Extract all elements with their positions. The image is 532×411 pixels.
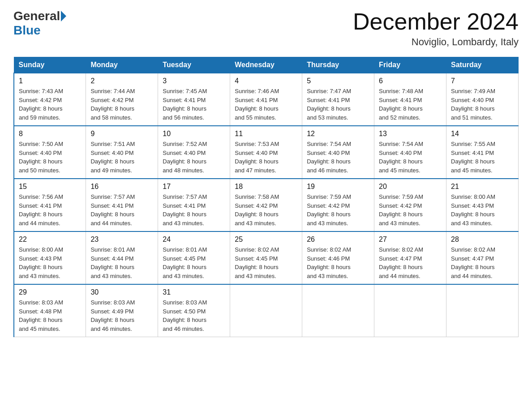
calendar-cell: 19 Sunrise: 7:59 AM Sunset: 4:42 PM Dayl…	[302, 179, 374, 231]
day-number: 31	[163, 288, 225, 296]
calendar-cell: 12 Sunrise: 7:54 AM Sunset: 4:40 PM Dayl…	[302, 126, 374, 179]
calendar-cell: 15 Sunrise: 7:56 AM Sunset: 4:41 PM Dayl…	[14, 179, 86, 231]
day-number: 9	[90, 130, 153, 138]
day-number: 18	[235, 183, 297, 191]
day-number: 25	[235, 235, 297, 244]
day-info: Sunrise: 7:48 AM Sunset: 4:41 PM Dayligh…	[379, 87, 442, 122]
day-number: 15	[19, 183, 81, 191]
calendar-cell: 23 Sunrise: 8:01 AM Sunset: 4:44 PM Dayl…	[86, 231, 158, 284]
day-number: 5	[307, 77, 369, 85]
calendar-cell: 20 Sunrise: 7:59 AM Sunset: 4:42 PM Dayl…	[374, 179, 446, 231]
day-number: 30	[90, 288, 153, 296]
logo-general-text: General	[13, 9, 60, 23]
header-sunday: Sunday	[14, 57, 86, 73]
calendar-cell	[446, 284, 519, 337]
header-saturday: Saturday	[446, 57, 519, 73]
calendar-cell: 27 Sunrise: 8:02 AM Sunset: 4:47 PM Dayl…	[374, 231, 446, 284]
day-info: Sunrise: 8:02 AM Sunset: 4:45 PM Dayligh…	[235, 245, 297, 280]
day-number: 8	[19, 130, 81, 138]
week-row-2: 8 Sunrise: 7:50 AM Sunset: 4:40 PM Dayli…	[14, 126, 519, 179]
calendar-cell: 11 Sunrise: 7:53 AM Sunset: 4:40 PM Dayl…	[230, 126, 302, 179]
logo-blue-text: Blue	[13, 23, 41, 38]
day-info: Sunrise: 7:59 AM Sunset: 4:42 PM Dayligh…	[379, 193, 442, 227]
day-info: Sunrise: 8:03 AM Sunset: 4:48 PM Dayligh…	[19, 298, 81, 333]
day-number: 21	[451, 183, 514, 191]
calendar-cell: 21 Sunrise: 8:00 AM Sunset: 4:43 PM Dayl…	[446, 179, 519, 231]
day-number: 14	[451, 130, 514, 138]
day-info: Sunrise: 7:56 AM Sunset: 4:41 PM Dayligh…	[19, 193, 81, 227]
calendar-cell	[374, 284, 446, 337]
calendar-cell: 30 Sunrise: 8:03 AM Sunset: 4:49 PM Dayl…	[86, 284, 158, 337]
location-text: Noviglio, Lombardy, Italy	[353, 36, 519, 48]
day-info: Sunrise: 7:55 AM Sunset: 4:41 PM Dayligh…	[451, 140, 514, 175]
day-number: 17	[163, 183, 225, 191]
day-info: Sunrise: 7:43 AM Sunset: 4:42 PM Dayligh…	[19, 87, 81, 122]
day-number: 19	[307, 183, 369, 191]
header-friday: Friday	[374, 57, 446, 73]
day-info: Sunrise: 7:54 AM Sunset: 4:40 PM Dayligh…	[379, 140, 442, 175]
day-info: Sunrise: 8:02 AM Sunset: 4:46 PM Dayligh…	[307, 245, 369, 280]
day-number: 7	[451, 77, 514, 85]
day-info: Sunrise: 8:00 AM Sunset: 4:43 PM Dayligh…	[451, 193, 514, 227]
calendar-cell: 31 Sunrise: 8:03 AM Sunset: 4:50 PM Dayl…	[158, 284, 230, 337]
day-number: 11	[235, 130, 297, 138]
day-number: 28	[451, 235, 514, 244]
calendar-cell: 24 Sunrise: 8:01 AM Sunset: 4:45 PM Dayl…	[158, 231, 230, 284]
calendar-cell: 13 Sunrise: 7:54 AM Sunset: 4:40 PM Dayl…	[374, 126, 446, 179]
calendar-cell: 1 Sunrise: 7:43 AM Sunset: 4:42 PM Dayli…	[14, 73, 86, 126]
week-row-1: 1 Sunrise: 7:43 AM Sunset: 4:42 PM Dayli…	[14, 73, 519, 126]
calendar-cell: 6 Sunrise: 7:48 AM Sunset: 4:41 PM Dayli…	[374, 73, 446, 126]
day-info: Sunrise: 7:50 AM Sunset: 4:40 PM Dayligh…	[19, 140, 81, 175]
day-info: Sunrise: 7:51 AM Sunset: 4:40 PM Dayligh…	[90, 140, 153, 175]
day-number: 29	[19, 288, 81, 296]
header-tuesday: Tuesday	[158, 57, 230, 73]
calendar-cell: 2 Sunrise: 7:44 AM Sunset: 4:42 PM Dayli…	[86, 73, 158, 126]
calendar-cell	[230, 284, 302, 337]
header-wednesday: Wednesday	[230, 57, 302, 73]
day-info: Sunrise: 7:59 AM Sunset: 4:42 PM Dayligh…	[307, 193, 369, 227]
day-info: Sunrise: 7:47 AM Sunset: 4:41 PM Dayligh…	[307, 87, 369, 122]
day-info: Sunrise: 7:44 AM Sunset: 4:42 PM Dayligh…	[90, 87, 153, 122]
calendar-cell: 10 Sunrise: 7:52 AM Sunset: 4:40 PM Dayl…	[158, 126, 230, 179]
calendar-cell: 28 Sunrise: 8:02 AM Sunset: 4:47 PM Dayl…	[446, 231, 519, 284]
logo: General Blue	[13, 9, 67, 38]
day-number: 2	[90, 77, 153, 85]
day-number: 26	[307, 235, 369, 244]
calendar-table: SundayMondayTuesdayWednesdayThursdayFrid…	[13, 57, 519, 337]
day-number: 27	[379, 235, 442, 244]
calendar-cell: 25 Sunrise: 8:02 AM Sunset: 4:45 PM Dayl…	[230, 231, 302, 284]
day-number: 13	[379, 130, 442, 138]
day-number: 1	[19, 77, 81, 85]
day-info: Sunrise: 8:02 AM Sunset: 4:47 PM Dayligh…	[379, 245, 442, 280]
calendar-cell: 7 Sunrise: 7:49 AM Sunset: 4:40 PM Dayli…	[446, 73, 519, 126]
day-info: Sunrise: 8:03 AM Sunset: 4:49 PM Dayligh…	[90, 298, 153, 333]
calendar-cell: 17 Sunrise: 7:57 AM Sunset: 4:41 PM Dayl…	[158, 179, 230, 231]
calendar-cell: 14 Sunrise: 7:55 AM Sunset: 4:41 PM Dayl…	[446, 126, 519, 179]
day-number: 4	[235, 77, 297, 85]
day-info: Sunrise: 7:52 AM Sunset: 4:40 PM Dayligh…	[163, 140, 225, 175]
day-info: Sunrise: 8:01 AM Sunset: 4:44 PM Dayligh…	[90, 245, 153, 280]
calendar-cell: 26 Sunrise: 8:02 AM Sunset: 4:46 PM Dayl…	[302, 231, 374, 284]
day-number: 3	[163, 77, 225, 85]
day-number: 6	[379, 77, 442, 85]
calendar-cell: 9 Sunrise: 7:51 AM Sunset: 4:40 PM Dayli…	[86, 126, 158, 179]
calendar-cell: 22 Sunrise: 8:00 AM Sunset: 4:43 PM Dayl…	[14, 231, 86, 284]
day-info: Sunrise: 7:57 AM Sunset: 4:41 PM Dayligh…	[90, 193, 153, 227]
day-info: Sunrise: 7:46 AM Sunset: 4:41 PM Dayligh…	[235, 87, 297, 122]
header-thursday: Thursday	[302, 57, 374, 73]
day-number: 20	[379, 183, 442, 191]
calendar-cell	[302, 284, 374, 337]
day-info: Sunrise: 7:58 AM Sunset: 4:42 PM Dayligh…	[235, 193, 297, 227]
day-info: Sunrise: 7:49 AM Sunset: 4:40 PM Dayligh…	[451, 87, 514, 122]
day-info: Sunrise: 8:02 AM Sunset: 4:47 PM Dayligh…	[451, 245, 514, 280]
calendar-cell: 3 Sunrise: 7:45 AM Sunset: 4:41 PM Dayli…	[158, 73, 230, 126]
calendar-cell: 16 Sunrise: 7:57 AM Sunset: 4:41 PM Dayl…	[86, 179, 158, 231]
day-info: Sunrise: 7:53 AM Sunset: 4:40 PM Dayligh…	[235, 140, 297, 175]
day-number: 16	[90, 183, 153, 191]
day-number: 10	[163, 130, 225, 138]
logo-arrow-icon	[61, 11, 66, 21]
calendar-cell: 4 Sunrise: 7:46 AM Sunset: 4:41 PM Dayli…	[230, 73, 302, 126]
page-header: General Blue December 2024 Noviglio, Lom…	[13, 9, 519, 48]
calendar-header-row: SundayMondayTuesdayWednesdayThursdayFrid…	[14, 57, 519, 73]
calendar-cell: 29 Sunrise: 8:03 AM Sunset: 4:48 PM Dayl…	[14, 284, 86, 337]
